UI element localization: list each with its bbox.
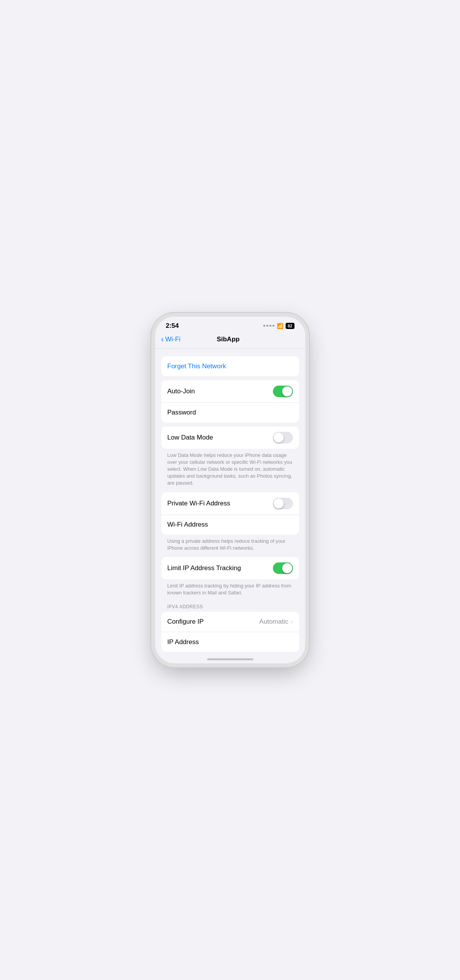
limit-ip-note: Limit IP address tracking by hiding your… xyxy=(161,579,299,598)
auto-join-toggle[interactable] xyxy=(273,386,293,397)
forget-network-section: Forget This Network xyxy=(161,356,299,376)
ip-address-label: IP Address xyxy=(167,638,293,646)
forget-network-label: Forget This Network xyxy=(167,362,293,370)
private-wifi-toggle-knob xyxy=(274,498,284,508)
auto-join-toggle-knob xyxy=(282,386,292,396)
private-wifi-section: Private Wi-Fi Address Wi-Fi Address Usin… xyxy=(161,492,299,553)
private-address-note: Using a private address helps reduce tra… xyxy=(161,535,299,553)
low-data-section: Low Data Mode Low Data Mode helps reduce… xyxy=(161,426,299,488)
low-data-toggle[interactable] xyxy=(273,432,293,443)
back-button[interactable]: ‹ Wi-Fi xyxy=(161,335,181,344)
private-wifi-toggle[interactable] xyxy=(273,498,293,509)
back-label: Wi-Fi xyxy=(165,336,181,343)
low-data-toggle-knob xyxy=(274,433,284,443)
limit-ip-section: Limit IP Address Tracking Limit IP addre… xyxy=(161,557,299,598)
private-wifi-card: Private Wi-Fi Address Wi-Fi Address xyxy=(161,492,299,535)
signal-dot-2 xyxy=(266,325,268,327)
content-area: Forget This Network Auto-Join Password xyxy=(155,349,305,664)
private-wifi-label: Private Wi-Fi Address xyxy=(167,500,273,507)
battery-indicator: 82 xyxy=(286,323,294,329)
configure-ip-label: Configure IP xyxy=(167,618,259,626)
ip-address-row: IP Address xyxy=(161,632,299,652)
signal-dot-3 xyxy=(269,325,271,327)
configure-ip-value: Automatic xyxy=(259,618,289,626)
back-chevron-icon: ‹ xyxy=(161,335,164,344)
limit-ip-row[interactable]: Limit IP Address Tracking xyxy=(161,557,299,579)
limit-ip-label: Limit IP Address Tracking xyxy=(167,564,273,572)
auto-join-row[interactable]: Auto-Join xyxy=(161,380,299,403)
status-icons: 📶 82 xyxy=(263,323,294,329)
wifi-address-label: Wi-Fi Address xyxy=(167,521,293,529)
auto-join-card: Auto-Join Password xyxy=(161,380,299,423)
password-row[interactable]: Password xyxy=(161,403,299,423)
signal-dot-4 xyxy=(273,325,274,327)
limit-ip-toggle-knob xyxy=(282,563,292,573)
low-data-row[interactable]: Low Data Mode xyxy=(161,426,299,449)
signal-dot-1 xyxy=(263,325,265,327)
ipv4-card: Configure IP Automatic › IP Address xyxy=(161,612,299,652)
chevron-right-icon: › xyxy=(291,618,293,625)
low-data-note: Low Data Mode helps reduce your iPhone d… xyxy=(161,449,299,488)
private-wifi-row[interactable]: Private Wi-Fi Address xyxy=(161,492,299,515)
wifi-icon: 📶 xyxy=(277,323,283,329)
low-data-card: Low Data Mode xyxy=(161,426,299,449)
status-bar: 2:54 📶 82 xyxy=(155,317,305,332)
auto-join-label: Auto-Join xyxy=(167,388,273,395)
page-title: SibApp xyxy=(181,336,276,343)
phone-frame: 2:54 📶 82 ‹ Wi-Fi SibApp Forget This Net… xyxy=(155,317,305,664)
ipv4-section: IPV4 ADDRESS Configure IP Automatic › IP… xyxy=(161,602,299,652)
auto-join-section: Auto-Join Password xyxy=(161,380,299,423)
limit-ip-toggle[interactable] xyxy=(273,562,293,574)
forget-network-row[interactable]: Forget This Network xyxy=(161,356,299,376)
ipv4-header: IPV4 ADDRESS xyxy=(161,602,299,612)
home-indicator xyxy=(207,658,253,660)
nav-bar: ‹ Wi-Fi SibApp xyxy=(155,332,305,349)
forget-network-card: Forget This Network xyxy=(161,356,299,376)
wifi-address-row: Wi-Fi Address xyxy=(161,515,299,535)
limit-ip-card: Limit IP Address Tracking xyxy=(161,557,299,579)
low-data-label: Low Data Mode xyxy=(167,434,273,441)
password-label: Password xyxy=(167,409,293,416)
configure-ip-row[interactable]: Configure IP Automatic › xyxy=(161,612,299,632)
status-time: 2:54 xyxy=(166,322,179,330)
signal-dots-icon xyxy=(263,325,274,327)
